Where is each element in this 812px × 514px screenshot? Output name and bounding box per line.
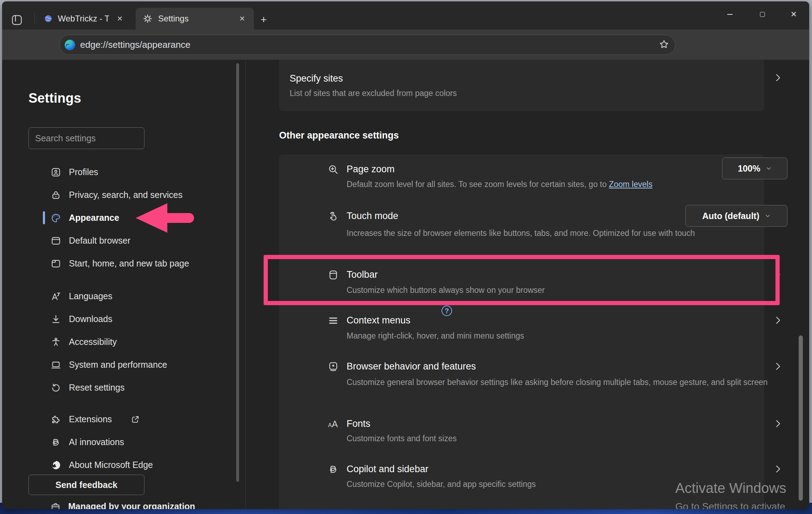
context-menus-icon	[328, 315, 339, 326]
settings-main: Specify sites List of sites that are exc…	[246, 60, 809, 509]
downloads-icon	[51, 314, 61, 325]
briefcase-icon	[51, 502, 60, 509]
toolbar-row-title: Toolbar	[347, 269, 378, 280]
svg-text:A: A	[332, 419, 338, 429]
send-feedback-button[interactable]: Send feedback	[28, 475, 144, 495]
sidebar-item-label: Start, home, and new tab page	[69, 258, 189, 269]
page-zoom-subtitle: Default zoom level for all sites. To see…	[347, 180, 652, 189]
browser-window-icon	[51, 236, 61, 246]
chevron-right-icon[interactable]	[773, 418, 783, 429]
window-maximize-button[interactable]	[752, 6, 773, 23]
fonts-title: Fonts	[347, 418, 370, 429]
browser-toolbar: edge://settings/appearance	[2, 30, 809, 60]
settings-page: Settings Profiles Privacy, search, and s…	[2, 60, 809, 509]
browser-behavior-title: Browser behavior and features	[347, 361, 476, 372]
browser-window: WebTrickz - Tech News, Apps, How ✕ Setti…	[2, 1, 809, 509]
sidebar-item-appearance[interactable]: Appearance	[2, 206, 234, 229]
sidebar-item-label: Profiles	[69, 167, 98, 177]
copilot-sidebar-icon	[328, 464, 339, 475]
sidebar-item-ai-innovations[interactable]: AI innovations	[2, 431, 234, 454]
copilot-row-subtitle: Customize Copilot, sidebar, and app spec…	[347, 480, 536, 489]
new-tab-page-icon	[51, 258, 61, 269]
sidebar-item-label: Appearance	[69, 213, 119, 223]
zoom-icon	[328, 164, 339, 175]
sidebar-item-privacy[interactable]: Privacy, search, and services	[2, 184, 234, 206]
main-scrollbar[interactable]	[799, 335, 803, 501]
window-close-button[interactable]: ✕	[783, 6, 804, 23]
sidebar-item-label: Privacy, search, and services	[69, 190, 182, 200]
favorite-star-button[interactable]	[659, 39, 669, 51]
tab-close-button[interactable]: ✕	[237, 13, 247, 24]
external-link-icon	[130, 415, 140, 424]
sidebar-item-label: About Microsoft Edge	[69, 460, 153, 470]
edge-site-icon	[65, 40, 75, 50]
specify-sites-card[interactable]: Specify sites List of sites that are exc…	[279, 60, 764, 111]
sidebar-item-label: Reset settings	[69, 383, 124, 393]
copilot-outline-icon	[51, 437, 61, 448]
fonts-subtitle: Customize fonts and font sizes	[347, 434, 457, 443]
chevron-down-icon	[766, 166, 772, 171]
sidebar-item-about-edge[interactable]: About Microsoft Edge	[2, 454, 234, 476]
sidebar-item-label: AI innovations	[69, 437, 124, 447]
sidebar-item-languages[interactable]: Languages	[2, 285, 234, 308]
tab-title: Settings	[158, 14, 189, 24]
sidebar-item-accessibility[interactable]: Accessibility	[2, 330, 234, 353]
zoom-levels-link[interactable]: Zoom levels	[609, 180, 652, 189]
globe-favicon	[44, 14, 52, 24]
chevron-right-icon[interactable]	[773, 315, 783, 326]
row-title: Specify sites	[290, 73, 343, 84]
help-icon[interactable]: ?	[442, 306, 452, 316]
sidebar-item-label: Default browser	[69, 236, 130, 246]
chevron-right-icon[interactable]	[773, 361, 783, 372]
accessibility-icon	[51, 337, 61, 347]
page-zoom-title: Page zoom	[347, 164, 395, 175]
workspace-icon	[11, 14, 22, 26]
touch-mode-title: Touch mode	[347, 211, 398, 221]
tab-webtrickz[interactable]: WebTrickz - Tech News, Apps, How ✕	[37, 8, 131, 30]
page-zoom-subtitle-text: Default zoom level for all sites. To see…	[347, 180, 609, 189]
tab-title: WebTrickz - Tech News, Apps, How	[58, 14, 109, 24]
touch-mode-value: Auto (default)	[702, 211, 759, 221]
toolbar-icon	[328, 269, 339, 281]
sidebar-scrollbar[interactable]	[236, 63, 239, 482]
touch-mode-subtitle: Increases the size of browser elements l…	[347, 227, 726, 239]
other-appearance-card: Page zoom Default zoom level for all sit…	[279, 154, 764, 509]
maximize-icon	[760, 12, 765, 17]
page-title: Settings	[28, 91, 81, 106]
page-zoom-value: 100%	[738, 163, 760, 174]
address-bar[interactable]: edge://settings/appearance	[59, 35, 675, 55]
section-heading: Other appearance settings	[279, 130, 399, 141]
window-minimize-button[interactable]	[719, 6, 740, 23]
fonts-icon: A A	[328, 418, 339, 430]
sidebar-item-downloads[interactable]: Downloads	[2, 308, 234, 330]
settings-sidebar: Settings Profiles Privacy, search, and s…	[2, 60, 245, 509]
sidebar-item-start-home[interactable]: Start, home, and new tab page	[2, 252, 234, 275]
sidebar-item-default-browser[interactable]: Default browser	[2, 229, 234, 252]
puzzle-icon	[51, 414, 61, 425]
sidebar-nav: Profiles Privacy, search, and services	[2, 161, 234, 476]
sidebar-item-label: Extensions	[69, 414, 112, 424]
laptop-icon	[51, 360, 61, 370]
languages-icon	[51, 291, 61, 302]
context-menus-subtitle: Manage right-click, hover, and mini menu…	[347, 331, 524, 341]
managed-by-organization[interactable]: Managed by your organization	[51, 501, 195, 509]
sidebar-item-extensions[interactable]: Extensions	[2, 408, 234, 431]
sidebar-item-system[interactable]: System and performance	[2, 353, 234, 376]
profiles-icon	[51, 167, 61, 178]
new-tab-button[interactable]: +	[256, 12, 271, 27]
sidebar-item-profiles[interactable]: Profiles	[2, 161, 234, 184]
url-text[interactable]: edge://settings/appearance	[80, 39, 659, 50]
palette-icon	[51, 213, 61, 223]
tab-settings-active[interactable]: Settings ✕	[136, 8, 254, 30]
chevron-right-icon[interactable]	[773, 464, 783, 474]
active-indicator	[43, 211, 45, 224]
page-zoom-dropdown[interactable]: 100%	[722, 158, 787, 179]
touch-mode-dropdown[interactable]: Auto (default)	[685, 205, 787, 227]
search-input[interactable]	[28, 127, 144, 149]
star-icon	[659, 39, 669, 50]
chevron-right-icon[interactable]	[773, 269, 783, 280]
tab-actions-menu-button[interactable]	[10, 13, 24, 27]
gear-icon	[143, 14, 153, 24]
tab-close-button[interactable]: ✕	[115, 13, 125, 24]
sidebar-item-reset[interactable]: Reset settings	[2, 376, 234, 399]
